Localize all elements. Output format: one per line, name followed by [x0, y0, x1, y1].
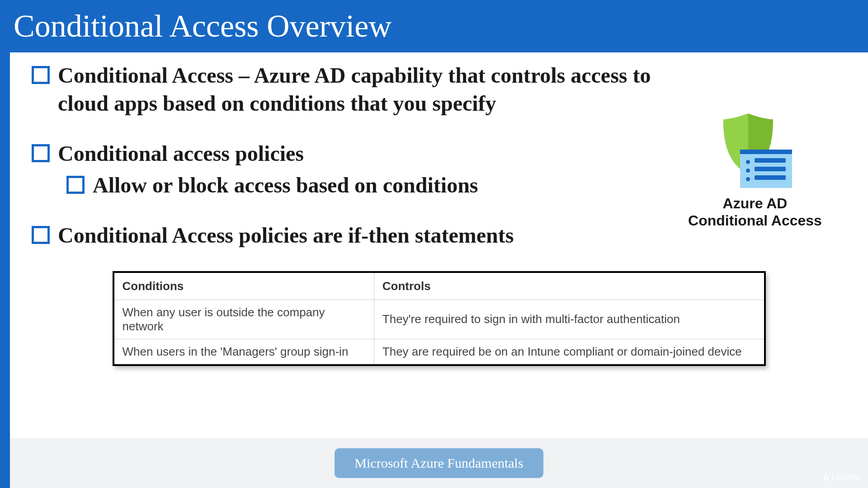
table-header-controls: Controls — [374, 273, 764, 300]
bullet-3-text: Conditional Access policies are if-then … — [58, 221, 514, 249]
cell-control: They are required be on an Intune compli… — [374, 339, 764, 364]
cell-condition: When any user is outside the company net… — [114, 300, 374, 339]
table-row: When any user is outside the company net… — [114, 300, 764, 339]
table-row: When users in the 'Managers' group sign-… — [114, 339, 764, 364]
cell-control: They're required to sign in with multi-f… — [374, 300, 764, 339]
table-header-conditions: Conditions — [114, 273, 374, 300]
footer: Microsoft Azure Fundamentals û Udemy — [10, 438, 868, 488]
checkbox-icon — [66, 176, 85, 194]
bullet-1: Conditional Access – Azure AD capability… — [32, 61, 854, 118]
checkbox-icon — [32, 144, 50, 162]
footer-pill: Microsoft Azure Fundamentals — [335, 448, 543, 478]
slide-content: Conditional Access – Azure AD capability… — [10, 52, 868, 446]
bullet-2-text: Conditional access policies — [58, 140, 304, 168]
udemy-logo-icon: û — [823, 471, 829, 483]
graphic-label: Azure AD Conditional Access — [665, 195, 845, 230]
bullet-1-text: Conditional Access – Azure AD capability… — [58, 61, 682, 118]
checkbox-icon — [32, 66, 50, 84]
conditional-access-graphic: Azure AD Conditional Access — [665, 111, 845, 230]
udemy-watermark: û Udemy — [823, 471, 860, 483]
checkbox-icon — [32, 226, 50, 244]
policies-table: Conditions Controls When any user is out… — [113, 271, 766, 366]
document-icon — [740, 150, 792, 188]
cell-condition: When users in the 'Managers' group sign-… — [114, 339, 374, 364]
bullet-2a-text: Allow or block access based on condition… — [93, 171, 478, 199]
slide-title: Conditional Access Overview — [0, 0, 868, 52]
